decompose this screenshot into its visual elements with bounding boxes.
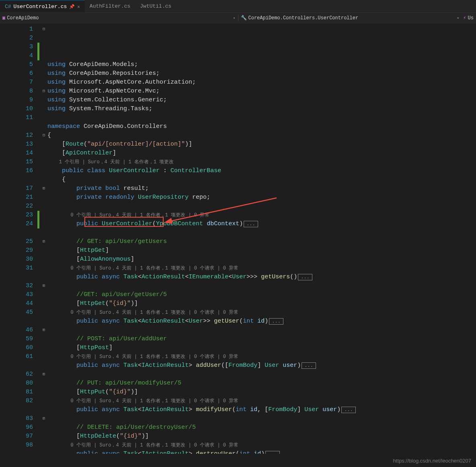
change-markers — [37, 25, 40, 454]
fold-toggle[interactable] — [40, 273, 47, 282]
fold-toggle[interactable] — [40, 193, 47, 202]
fold-box[interactable]: ... — [265, 451, 280, 454]
fold-toggle[interactable] — [40, 69, 47, 78]
fold-toggle[interactable]: ⊞ — [40, 184, 47, 193]
chevron-down-icon: ▾ — [457, 16, 459, 21]
watermark-text: https://blog.csdn.net/leochen0207 — [393, 458, 471, 464]
fold-toggle[interactable] — [40, 34, 47, 43]
fold-toggle[interactable] — [40, 255, 47, 264]
fold-toggle[interactable] — [40, 432, 47, 441]
fold-toggle[interactable]: ⊞ — [40, 414, 47, 423]
tab-label: AuthFilter.cs — [90, 3, 130, 9]
fold-toggle[interactable] — [40, 308, 47, 317]
project-dropdown[interactable]: ▣ CoreApiDemo ▾ — [0, 15, 238, 21]
fold-toggle[interactable]: ⊟ — [40, 87, 47, 96]
fold-toggle[interactable] — [40, 140, 47, 149]
fold-toggle[interactable] — [40, 246, 47, 255]
member-dropdown[interactable]: 🔧 CoreApiDemo.Controllers.UserController… — [238, 15, 476, 21]
fold-toggle[interactable]: ⊟ — [40, 131, 47, 140]
fold-toggle[interactable] — [40, 167, 47, 175]
fold-toggle[interactable] — [40, 228, 47, 237]
csharp-file-icon: C# — [5, 4, 11, 10]
fold-toggle[interactable] — [40, 397, 47, 405]
tab-label: JwtUtil.cs — [140, 3, 171, 9]
fold-toggle[interactable] — [40, 78, 47, 87]
method-icon: ⚡ — [463, 15, 466, 21]
fold-box[interactable]: ... — [298, 274, 312, 280]
fold-toggle[interactable] — [40, 202, 47, 211]
nav-bar: ▣ CoreApiDemo ▾ 🔧 CoreApiDemo.Controller… — [0, 13, 476, 23]
fold-toggle[interactable] — [40, 388, 47, 397]
fold-toggle[interactable] — [40, 264, 47, 273]
fold-toggle[interactable] — [40, 441, 47, 450]
fold-toggle[interactable] — [40, 405, 47, 414]
fold-toggle[interactable] — [40, 43, 47, 51]
code-editor[interactable]: 1234567891011121314151617212223242529303… — [0, 23, 476, 454]
project-icon: ▣ — [2, 15, 5, 21]
tab-label: UserController.cs — [14, 4, 67, 10]
fold-gutter: ⊟⊟⊟⊞⊞⊞⊞⊞⊞ — [40, 25, 47, 454]
fold-toggle[interactable] — [40, 175, 47, 184]
fold-toggle[interactable] — [40, 51, 47, 60]
fold-toggle[interactable]: ⊞ — [40, 370, 47, 379]
tab-authfilter[interactable]: AuthFilter.cs — [85, 0, 135, 12]
fold-toggle[interactable]: ⊞ — [40, 237, 47, 246]
fold-toggle[interactable] — [40, 361, 47, 370]
fold-toggle[interactable] — [40, 60, 47, 69]
fold-toggle[interactable] — [40, 122, 47, 131]
fold-toggle[interactable] — [40, 335, 47, 344]
close-icon[interactable]: ✕ — [77, 4, 80, 9]
fold-toggle[interactable] — [40, 220, 47, 228]
fold-box[interactable]: ... — [341, 407, 356, 413]
member-path: CoreApiDemo.Controllers.UserController — [248, 15, 359, 21]
tab-usercontroller[interactable]: C# UserController.cs 📌 ✕ — [0, 0, 85, 12]
fold-toggle[interactable]: ⊞ — [40, 282, 47, 290]
class-icon: 🔧 — [241, 15, 247, 21]
fold-toggle[interactable] — [40, 158, 47, 167]
pin-icon[interactable]: 📌 — [69, 4, 75, 9]
fold-toggle[interactable] — [40, 290, 47, 299]
code-area[interactable]: using CoreApiDemo.Models;using CoreApiDe… — [47, 25, 476, 454]
fold-box[interactable]: ... — [302, 362, 316, 369]
line-number-gutter: 1234567891011121314151617212223242529303… — [0, 25, 37, 454]
chevron-down-icon: ▾ — [233, 16, 235, 21]
fold-toggle[interactable] — [40, 379, 47, 388]
project-name: CoreApiDemo — [7, 15, 39, 21]
fold-toggle[interactable] — [40, 113, 47, 122]
fold-toggle[interactable] — [40, 317, 47, 326]
fold-toggle[interactable]: ⊞ — [40, 326, 47, 335]
fold-toggle[interactable] — [40, 344, 47, 352]
fold-toggle[interactable] — [40, 211, 47, 220]
fold-box[interactable]: ... — [244, 221, 258, 227]
right-hint: Us — [468, 15, 474, 21]
fold-toggle[interactable]: ⊟ — [40, 25, 47, 34]
fold-toggle[interactable] — [40, 352, 47, 361]
tab-jwtutil[interactable]: JwtUtil.cs — [135, 0, 176, 12]
fold-toggle[interactable] — [40, 299, 47, 308]
fold-box[interactable]: ... — [269, 318, 283, 325]
tab-bar: C# UserController.cs 📌 ✕ AuthFilter.cs J… — [0, 0, 476, 13]
fold-toggle[interactable] — [40, 423, 47, 432]
fold-toggle[interactable] — [40, 105, 47, 113]
fold-toggle[interactable] — [40, 149, 47, 158]
fold-toggle[interactable] — [40, 96, 47, 105]
